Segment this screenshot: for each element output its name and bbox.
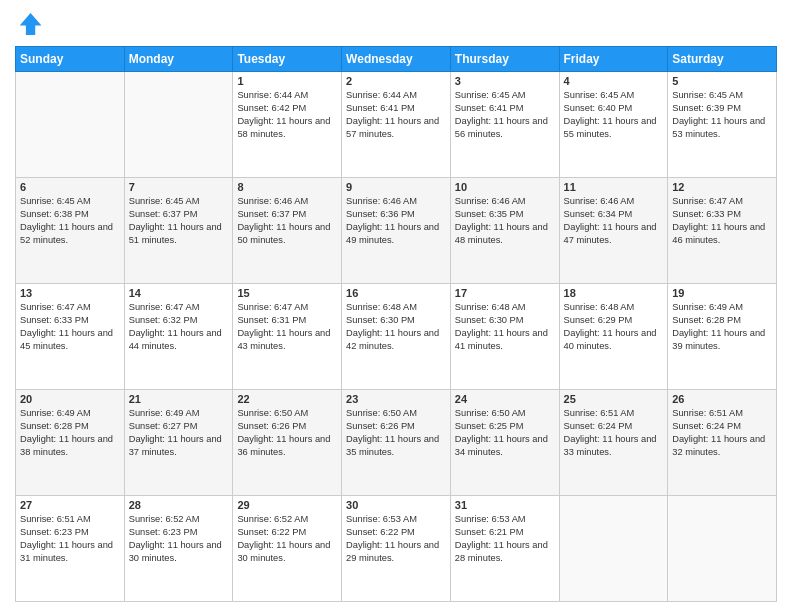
- calendar-cell: 20Sunrise: 6:49 AM Sunset: 6:28 PM Dayli…: [16, 390, 125, 496]
- calendar-header-monday: Monday: [124, 47, 233, 72]
- calendar-cell: 27Sunrise: 6:51 AM Sunset: 6:23 PM Dayli…: [16, 496, 125, 602]
- calendar-cell: 8Sunrise: 6:46 AM Sunset: 6:37 PM Daylig…: [233, 178, 342, 284]
- day-info: Sunrise: 6:45 AM Sunset: 6:37 PM Dayligh…: [129, 195, 229, 247]
- calendar-cell: 17Sunrise: 6:48 AM Sunset: 6:30 PM Dayli…: [450, 284, 559, 390]
- day-number: 14: [129, 287, 229, 299]
- day-number: 7: [129, 181, 229, 193]
- day-info: Sunrise: 6:51 AM Sunset: 6:24 PM Dayligh…: [672, 407, 772, 459]
- calendar-cell: 28Sunrise: 6:52 AM Sunset: 6:23 PM Dayli…: [124, 496, 233, 602]
- calendar-cell: 13Sunrise: 6:47 AM Sunset: 6:33 PM Dayli…: [16, 284, 125, 390]
- day-info: Sunrise: 6:53 AM Sunset: 6:21 PM Dayligh…: [455, 513, 555, 565]
- day-info: Sunrise: 6:47 AM Sunset: 6:32 PM Dayligh…: [129, 301, 229, 353]
- day-info: Sunrise: 6:48 AM Sunset: 6:30 PM Dayligh…: [455, 301, 555, 353]
- calendar-cell: 14Sunrise: 6:47 AM Sunset: 6:32 PM Dayli…: [124, 284, 233, 390]
- day-info: Sunrise: 6:53 AM Sunset: 6:22 PM Dayligh…: [346, 513, 446, 565]
- calendar-cell: 9Sunrise: 6:46 AM Sunset: 6:36 PM Daylig…: [342, 178, 451, 284]
- day-number: 20: [20, 393, 120, 405]
- day-number: 28: [129, 499, 229, 511]
- day-number: 11: [564, 181, 664, 193]
- calendar-cell: 10Sunrise: 6:46 AM Sunset: 6:35 PM Dayli…: [450, 178, 559, 284]
- day-number: 17: [455, 287, 555, 299]
- calendar-cell: [16, 72, 125, 178]
- day-info: Sunrise: 6:44 AM Sunset: 6:41 PM Dayligh…: [346, 89, 446, 141]
- day-info: Sunrise: 6:48 AM Sunset: 6:30 PM Dayligh…: [346, 301, 446, 353]
- calendar-cell: 7Sunrise: 6:45 AM Sunset: 6:37 PM Daylig…: [124, 178, 233, 284]
- day-number: 16: [346, 287, 446, 299]
- calendar-week-row: 1Sunrise: 6:44 AM Sunset: 6:42 PM Daylig…: [16, 72, 777, 178]
- day-info: Sunrise: 6:50 AM Sunset: 6:26 PM Dayligh…: [346, 407, 446, 459]
- page: SundayMondayTuesdayWednesdayThursdayFrid…: [0, 0, 792, 612]
- day-info: Sunrise: 6:49 AM Sunset: 6:28 PM Dayligh…: [20, 407, 120, 459]
- day-number: 31: [455, 499, 555, 511]
- day-number: 23: [346, 393, 446, 405]
- calendar-cell: 30Sunrise: 6:53 AM Sunset: 6:22 PM Dayli…: [342, 496, 451, 602]
- calendar-header-tuesday: Tuesday: [233, 47, 342, 72]
- day-number: 8: [237, 181, 337, 193]
- day-info: Sunrise: 6:49 AM Sunset: 6:28 PM Dayligh…: [672, 301, 772, 353]
- day-number: 2: [346, 75, 446, 87]
- calendar-cell: 25Sunrise: 6:51 AM Sunset: 6:24 PM Dayli…: [559, 390, 668, 496]
- calendar-header-thursday: Thursday: [450, 47, 559, 72]
- day-number: 30: [346, 499, 446, 511]
- day-info: Sunrise: 6:44 AM Sunset: 6:42 PM Dayligh…: [237, 89, 337, 141]
- day-info: Sunrise: 6:45 AM Sunset: 6:40 PM Dayligh…: [564, 89, 664, 141]
- calendar-header-friday: Friday: [559, 47, 668, 72]
- day-number: 19: [672, 287, 772, 299]
- day-info: Sunrise: 6:51 AM Sunset: 6:23 PM Dayligh…: [20, 513, 120, 565]
- calendar-week-row: 13Sunrise: 6:47 AM Sunset: 6:33 PM Dayli…: [16, 284, 777, 390]
- day-info: Sunrise: 6:47 AM Sunset: 6:33 PM Dayligh…: [20, 301, 120, 353]
- calendar-cell: 4Sunrise: 6:45 AM Sunset: 6:40 PM Daylig…: [559, 72, 668, 178]
- day-number: 25: [564, 393, 664, 405]
- calendar-cell: 19Sunrise: 6:49 AM Sunset: 6:28 PM Dayli…: [668, 284, 777, 390]
- day-info: Sunrise: 6:48 AM Sunset: 6:29 PM Dayligh…: [564, 301, 664, 353]
- day-info: Sunrise: 6:46 AM Sunset: 6:37 PM Dayligh…: [237, 195, 337, 247]
- day-info: Sunrise: 6:52 AM Sunset: 6:22 PM Dayligh…: [237, 513, 337, 565]
- calendar-cell: 29Sunrise: 6:52 AM Sunset: 6:22 PM Dayli…: [233, 496, 342, 602]
- day-number: 13: [20, 287, 120, 299]
- day-info: Sunrise: 6:50 AM Sunset: 6:26 PM Dayligh…: [237, 407, 337, 459]
- logo: [15, 10, 47, 38]
- calendar-table: SundayMondayTuesdayWednesdayThursdayFrid…: [15, 46, 777, 602]
- calendar-cell: 23Sunrise: 6:50 AM Sunset: 6:26 PM Dayli…: [342, 390, 451, 496]
- day-info: Sunrise: 6:46 AM Sunset: 6:35 PM Dayligh…: [455, 195, 555, 247]
- calendar-cell: 12Sunrise: 6:47 AM Sunset: 6:33 PM Dayli…: [668, 178, 777, 284]
- day-number: 29: [237, 499, 337, 511]
- day-info: Sunrise: 6:47 AM Sunset: 6:33 PM Dayligh…: [672, 195, 772, 247]
- calendar-cell: 15Sunrise: 6:47 AM Sunset: 6:31 PM Dayli…: [233, 284, 342, 390]
- calendar-cell: 6Sunrise: 6:45 AM Sunset: 6:38 PM Daylig…: [16, 178, 125, 284]
- day-number: 21: [129, 393, 229, 405]
- calendar-week-row: 6Sunrise: 6:45 AM Sunset: 6:38 PM Daylig…: [16, 178, 777, 284]
- day-info: Sunrise: 6:51 AM Sunset: 6:24 PM Dayligh…: [564, 407, 664, 459]
- day-number: 18: [564, 287, 664, 299]
- day-number: 26: [672, 393, 772, 405]
- day-number: 24: [455, 393, 555, 405]
- day-number: 12: [672, 181, 772, 193]
- day-info: Sunrise: 6:45 AM Sunset: 6:38 PM Dayligh…: [20, 195, 120, 247]
- day-number: 1: [237, 75, 337, 87]
- calendar-cell: 18Sunrise: 6:48 AM Sunset: 6:29 PM Dayli…: [559, 284, 668, 390]
- svg-marker-0: [20, 13, 42, 35]
- calendar-cell: 31Sunrise: 6:53 AM Sunset: 6:21 PM Dayli…: [450, 496, 559, 602]
- day-info: Sunrise: 6:50 AM Sunset: 6:25 PM Dayligh…: [455, 407, 555, 459]
- day-info: Sunrise: 6:52 AM Sunset: 6:23 PM Dayligh…: [129, 513, 229, 565]
- day-number: 9: [346, 181, 446, 193]
- calendar-cell: 16Sunrise: 6:48 AM Sunset: 6:30 PM Dayli…: [342, 284, 451, 390]
- calendar-cell: 5Sunrise: 6:45 AM Sunset: 6:39 PM Daylig…: [668, 72, 777, 178]
- calendar-header-sunday: Sunday: [16, 47, 125, 72]
- day-info: Sunrise: 6:45 AM Sunset: 6:39 PM Dayligh…: [672, 89, 772, 141]
- day-info: Sunrise: 6:45 AM Sunset: 6:41 PM Dayligh…: [455, 89, 555, 141]
- calendar-cell: 2Sunrise: 6:44 AM Sunset: 6:41 PM Daylig…: [342, 72, 451, 178]
- calendar-cell: 22Sunrise: 6:50 AM Sunset: 6:26 PM Dayli…: [233, 390, 342, 496]
- day-info: Sunrise: 6:49 AM Sunset: 6:27 PM Dayligh…: [129, 407, 229, 459]
- day-number: 22: [237, 393, 337, 405]
- calendar-cell: [668, 496, 777, 602]
- day-info: Sunrise: 6:46 AM Sunset: 6:34 PM Dayligh…: [564, 195, 664, 247]
- day-number: 6: [20, 181, 120, 193]
- calendar-cell: 1Sunrise: 6:44 AM Sunset: 6:42 PM Daylig…: [233, 72, 342, 178]
- header: [15, 10, 777, 38]
- calendar-week-row: 20Sunrise: 6:49 AM Sunset: 6:28 PM Dayli…: [16, 390, 777, 496]
- calendar-cell: [559, 496, 668, 602]
- day-number: 15: [237, 287, 337, 299]
- calendar-cell: 11Sunrise: 6:46 AM Sunset: 6:34 PM Dayli…: [559, 178, 668, 284]
- day-info: Sunrise: 6:47 AM Sunset: 6:31 PM Dayligh…: [237, 301, 337, 353]
